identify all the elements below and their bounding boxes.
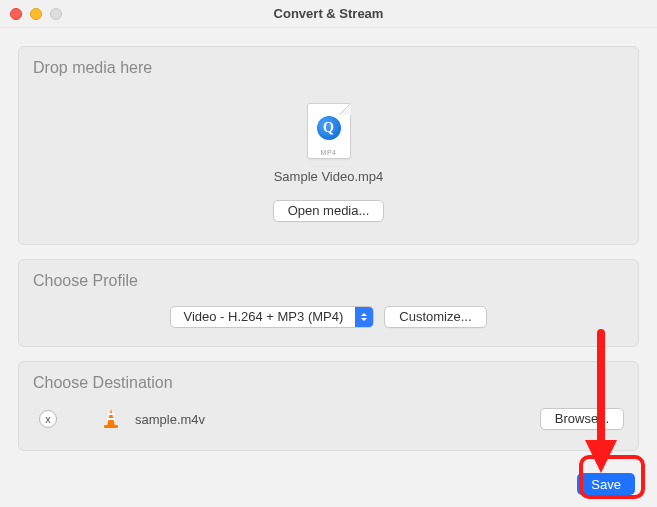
svg-marker-0 (107, 409, 115, 426)
browse-destination-button[interactable]: Browse... (540, 408, 624, 430)
choose-destination-title: Choose Destination (33, 374, 624, 392)
save-button[interactable]: Save (577, 473, 635, 495)
close-window-icon[interactable] (10, 8, 22, 20)
profile-select-value: Video - H.264 + MP3 (MP4) (171, 307, 355, 327)
svg-rect-3 (104, 425, 118, 428)
choose-destination-section: Choose Destination x sample.m4v Browse..… (18, 361, 639, 451)
drop-media-title: Drop media here (33, 59, 624, 77)
drop-area[interactable]: Q MP4 Sample Video.mp4 Open media... (33, 85, 624, 226)
drop-media-section: Drop media here Q MP4 Sample Video.mp4 O… (18, 46, 639, 245)
file-ext-badge: MP4 (308, 149, 350, 156)
window-title: Convert & Stream (0, 6, 657, 21)
open-media-button[interactable]: Open media... (273, 200, 385, 222)
zoom-window-icon (50, 8, 62, 20)
window-body: Drop media here Q MP4 Sample Video.mp4 O… (0, 28, 657, 507)
footer: Save (18, 465, 639, 495)
customize-profile-button[interactable]: Customize... (384, 306, 486, 328)
quicktime-icon: Q (323, 121, 334, 135)
svg-rect-2 (107, 418, 114, 420)
minimize-window-icon[interactable] (30, 8, 42, 20)
media-file-icon: Q MP4 (307, 103, 351, 159)
profile-select[interactable]: Video - H.264 + MP3 (MP4) (170, 306, 374, 328)
choose-profile-section: Choose Profile Video - H.264 + MP3 (MP4)… (18, 259, 639, 347)
traffic-lights (0, 8, 62, 20)
svg-rect-1 (108, 413, 114, 415)
titlebar: Convert & Stream (0, 0, 657, 28)
choose-profile-title: Choose Profile (33, 272, 624, 290)
vlc-cone-icon (101, 408, 121, 430)
destination-file-name: sample.m4v (135, 412, 526, 427)
media-file-name: Sample Video.mp4 (33, 169, 624, 184)
updown-arrows-icon (355, 307, 373, 327)
remove-destination-button[interactable]: x (39, 410, 57, 428)
